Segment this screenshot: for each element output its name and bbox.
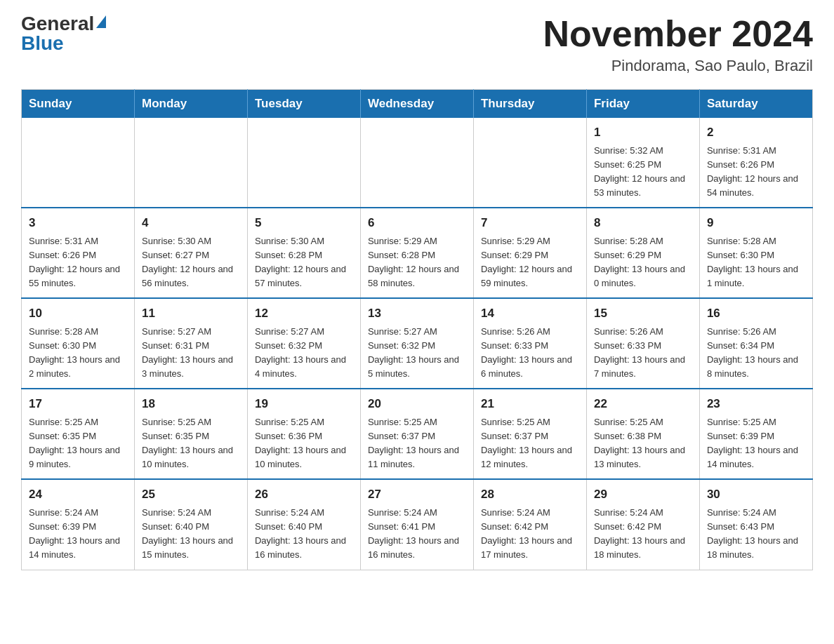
day-info: Sunrise: 5:25 AM Sunset: 6:36 PM Dayligh… bbox=[255, 415, 353, 472]
day-number: 16 bbox=[707, 304, 805, 323]
column-header-thursday: Thursday bbox=[473, 90, 586, 119]
calendar-cell: 4Sunrise: 5:30 AM Sunset: 6:27 PM Daylig… bbox=[134, 208, 247, 298]
calendar-cell: 12Sunrise: 5:27 AM Sunset: 6:32 PM Dayli… bbox=[247, 298, 360, 389]
calendar-week-row: 1Sunrise: 5:32 AM Sunset: 6:25 PM Daylig… bbox=[22, 118, 813, 208]
column-header-friday: Friday bbox=[586, 90, 699, 119]
column-header-sunday: Sunday bbox=[22, 90, 135, 119]
day-number: 28 bbox=[481, 485, 579, 504]
calendar-cell: 16Sunrise: 5:26 AM Sunset: 6:34 PM Dayli… bbox=[699, 298, 812, 389]
day-number: 15 bbox=[594, 304, 692, 323]
calendar-cell: 28Sunrise: 5:24 AM Sunset: 6:42 PM Dayli… bbox=[473, 479, 586, 570]
calendar-cell: 22Sunrise: 5:25 AM Sunset: 6:38 PM Dayli… bbox=[586, 389, 699, 479]
calendar-cell: 29Sunrise: 5:24 AM Sunset: 6:42 PM Dayli… bbox=[586, 479, 699, 570]
day-number: 2 bbox=[707, 123, 805, 142]
day-info: Sunrise: 5:24 AM Sunset: 6:39 PM Dayligh… bbox=[29, 506, 127, 563]
calendar-cell: 6Sunrise: 5:29 AM Sunset: 6:28 PM Daylig… bbox=[360, 208, 473, 298]
logo-blue-text: Blue bbox=[21, 34, 64, 53]
day-number: 9 bbox=[707, 214, 805, 232]
day-info: Sunrise: 5:24 AM Sunset: 6:42 PM Dayligh… bbox=[481, 506, 579, 563]
day-info: Sunrise: 5:25 AM Sunset: 6:35 PM Dayligh… bbox=[29, 415, 127, 472]
calendar-week-row: 3Sunrise: 5:31 AM Sunset: 6:26 PM Daylig… bbox=[22, 208, 813, 298]
day-info: Sunrise: 5:28 AM Sunset: 6:30 PM Dayligh… bbox=[707, 234, 805, 291]
day-number: 7 bbox=[481, 214, 579, 232]
calendar-cell: 20Sunrise: 5:25 AM Sunset: 6:37 PM Dayli… bbox=[360, 389, 473, 479]
day-info: Sunrise: 5:27 AM Sunset: 6:32 PM Dayligh… bbox=[368, 325, 466, 382]
day-info: Sunrise: 5:27 AM Sunset: 6:31 PM Dayligh… bbox=[142, 325, 240, 382]
calendar-cell: 8Sunrise: 5:28 AM Sunset: 6:29 PM Daylig… bbox=[586, 208, 699, 298]
day-number: 13 bbox=[368, 304, 466, 323]
day-number: 21 bbox=[481, 395, 579, 413]
day-number: 3 bbox=[29, 214, 127, 232]
day-number: 29 bbox=[594, 485, 692, 504]
column-header-saturday: Saturday bbox=[699, 90, 812, 119]
day-info: Sunrise: 5:26 AM Sunset: 6:33 PM Dayligh… bbox=[594, 325, 692, 382]
day-info: Sunrise: 5:30 AM Sunset: 6:27 PM Dayligh… bbox=[142, 234, 240, 291]
calendar-cell: 15Sunrise: 5:26 AM Sunset: 6:33 PM Dayli… bbox=[586, 298, 699, 389]
day-number: 8 bbox=[594, 214, 692, 232]
day-number: 1 bbox=[594, 123, 692, 142]
calendar-cell: 21Sunrise: 5:25 AM Sunset: 6:37 PM Dayli… bbox=[473, 389, 586, 479]
day-number: 10 bbox=[29, 304, 127, 323]
day-info: Sunrise: 5:26 AM Sunset: 6:34 PM Dayligh… bbox=[707, 325, 805, 382]
day-number: 26 bbox=[255, 485, 353, 504]
day-info: Sunrise: 5:28 AM Sunset: 6:29 PM Dayligh… bbox=[594, 234, 692, 291]
calendar-cell bbox=[473, 118, 586, 208]
calendar-cell: 27Sunrise: 5:24 AM Sunset: 6:41 PM Dayli… bbox=[360, 479, 473, 570]
calendar-cell: 5Sunrise: 5:30 AM Sunset: 6:28 PM Daylig… bbox=[247, 208, 360, 298]
day-info: Sunrise: 5:27 AM Sunset: 6:32 PM Dayligh… bbox=[255, 325, 353, 382]
calendar-cell bbox=[247, 118, 360, 208]
calendar-cell: 7Sunrise: 5:29 AM Sunset: 6:29 PM Daylig… bbox=[473, 208, 586, 298]
calendar-cell: 13Sunrise: 5:27 AM Sunset: 6:32 PM Dayli… bbox=[360, 298, 473, 389]
day-number: 25 bbox=[142, 485, 240, 504]
day-info: Sunrise: 5:30 AM Sunset: 6:28 PM Dayligh… bbox=[255, 234, 353, 291]
calendar-cell: 9Sunrise: 5:28 AM Sunset: 6:30 PM Daylig… bbox=[699, 208, 812, 298]
calendar-table: SundayMondayTuesdayWednesdayThursdayFrid… bbox=[21, 89, 813, 570]
calendar-cell: 1Sunrise: 5:32 AM Sunset: 6:25 PM Daylig… bbox=[586, 118, 699, 208]
page-header: General Blue November 2024 Pindorama, Sa… bbox=[21, 14, 813, 75]
day-info: Sunrise: 5:31 AM Sunset: 6:26 PM Dayligh… bbox=[29, 234, 127, 291]
column-header-wednesday: Wednesday bbox=[360, 90, 473, 119]
day-number: 17 bbox=[29, 395, 127, 413]
title-block: November 2024 Pindorama, Sao Paulo, Braz… bbox=[543, 14, 813, 75]
day-number: 23 bbox=[707, 395, 805, 413]
day-number: 19 bbox=[255, 395, 353, 413]
logo-triangle-icon bbox=[96, 15, 106, 28]
day-info: Sunrise: 5:26 AM Sunset: 6:33 PM Dayligh… bbox=[481, 325, 579, 382]
day-number: 11 bbox=[142, 304, 240, 323]
logo: General Blue bbox=[21, 14, 106, 53]
calendar-cell: 2Sunrise: 5:31 AM Sunset: 6:26 PM Daylig… bbox=[699, 118, 812, 208]
month-title: November 2024 bbox=[543, 14, 813, 54]
calendar-cell: 18Sunrise: 5:25 AM Sunset: 6:35 PM Dayli… bbox=[134, 389, 247, 479]
calendar-cell: 3Sunrise: 5:31 AM Sunset: 6:26 PM Daylig… bbox=[22, 208, 135, 298]
calendar-cell: 10Sunrise: 5:28 AM Sunset: 6:30 PM Dayli… bbox=[22, 298, 135, 389]
calendar-cell: 19Sunrise: 5:25 AM Sunset: 6:36 PM Dayli… bbox=[247, 389, 360, 479]
day-number: 30 bbox=[707, 485, 805, 504]
day-number: 22 bbox=[594, 395, 692, 413]
day-number: 20 bbox=[368, 395, 466, 413]
calendar-cell: 23Sunrise: 5:25 AM Sunset: 6:39 PM Dayli… bbox=[699, 389, 812, 479]
calendar-week-row: 10Sunrise: 5:28 AM Sunset: 6:30 PM Dayli… bbox=[22, 298, 813, 389]
day-info: Sunrise: 5:32 AM Sunset: 6:25 PM Dayligh… bbox=[594, 144, 692, 201]
day-info: Sunrise: 5:25 AM Sunset: 6:37 PM Dayligh… bbox=[368, 415, 466, 472]
day-info: Sunrise: 5:28 AM Sunset: 6:30 PM Dayligh… bbox=[29, 325, 127, 382]
calendar-week-row: 17Sunrise: 5:25 AM Sunset: 6:35 PM Dayli… bbox=[22, 389, 813, 479]
day-number: 18 bbox=[142, 395, 240, 413]
day-number: 14 bbox=[481, 304, 579, 323]
day-info: Sunrise: 5:25 AM Sunset: 6:37 PM Dayligh… bbox=[481, 415, 579, 472]
day-info: Sunrise: 5:24 AM Sunset: 6:43 PM Dayligh… bbox=[707, 506, 805, 563]
calendar-cell bbox=[360, 118, 473, 208]
calendar-cell: 26Sunrise: 5:24 AM Sunset: 6:40 PM Dayli… bbox=[247, 479, 360, 570]
day-info: Sunrise: 5:24 AM Sunset: 6:42 PM Dayligh… bbox=[594, 506, 692, 563]
calendar-cell: 24Sunrise: 5:24 AM Sunset: 6:39 PM Dayli… bbox=[22, 479, 135, 570]
day-number: 6 bbox=[368, 214, 466, 232]
location-text: Pindorama, Sao Paulo, Brazil bbox=[543, 57, 813, 75]
calendar-cell: 11Sunrise: 5:27 AM Sunset: 6:31 PM Dayli… bbox=[134, 298, 247, 389]
calendar-cell: 17Sunrise: 5:25 AM Sunset: 6:35 PM Dayli… bbox=[22, 389, 135, 479]
column-header-tuesday: Tuesday bbox=[247, 90, 360, 119]
logo-general-text: General bbox=[21, 14, 94, 34]
calendar-cell: 30Sunrise: 5:24 AM Sunset: 6:43 PM Dayli… bbox=[699, 479, 812, 570]
calendar-cell bbox=[22, 118, 135, 208]
column-header-monday: Monday bbox=[134, 90, 247, 119]
calendar-week-row: 24Sunrise: 5:24 AM Sunset: 6:39 PM Dayli… bbox=[22, 479, 813, 570]
calendar-cell bbox=[134, 118, 247, 208]
